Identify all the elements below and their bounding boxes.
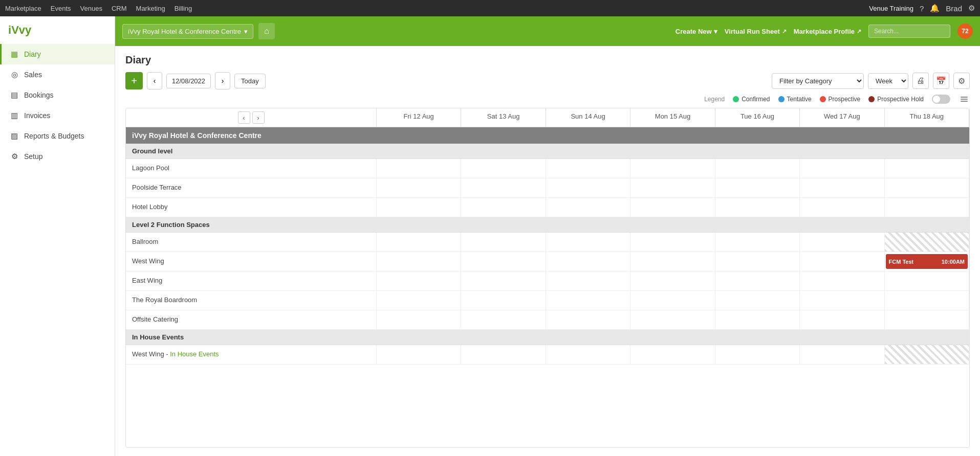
room-day-eastwing-wed[interactable] xyxy=(800,271,884,291)
room-day-ballroom-wed[interactable] xyxy=(800,233,884,252)
nav-crm[interactable]: CRM xyxy=(112,5,127,12)
filter-category-select[interactable]: Filter by Category xyxy=(772,73,864,89)
nav-marketing[interactable]: Marketing xyxy=(136,5,165,12)
room-day-poolside-sat[interactable] xyxy=(461,178,546,198)
room-day-offsite-sun[interactable] xyxy=(546,310,630,330)
room-day-inhouse-tue[interactable] xyxy=(715,345,800,364)
room-day-westwing-sun[interactable] xyxy=(546,252,630,271)
room-day-offsite-mon[interactable] xyxy=(630,310,715,330)
sidebar-item-diary[interactable]: ▦ Diary xyxy=(0,44,115,64)
nav-events[interactable]: Events xyxy=(51,5,71,12)
room-day-lagoon-pool-mon[interactable] xyxy=(630,159,715,178)
nav-marketplace[interactable]: Marketplace xyxy=(5,5,41,12)
room-day-boardroom-sun[interactable] xyxy=(546,291,630,310)
room-day-lagoon-pool-sun[interactable] xyxy=(546,159,630,178)
room-day-boardroom-wed[interactable] xyxy=(800,291,884,310)
room-day-lobby-sun[interactable] xyxy=(546,198,630,217)
room-day-offsite-wed[interactable] xyxy=(800,310,884,330)
create-new-button[interactable]: Create New ▾ xyxy=(676,28,717,35)
settings-icon[interactable]: ⚙ xyxy=(968,4,975,13)
room-day-eastwing-mon[interactable] xyxy=(630,271,715,291)
room-day-lobby-wed[interactable] xyxy=(800,198,884,217)
add-booking-button[interactable]: + xyxy=(125,72,143,89)
room-day-ballroom-mon[interactable] xyxy=(630,233,715,252)
room-day-lobby-thu[interactable] xyxy=(885,198,969,217)
room-day-offsite-tue[interactable] xyxy=(715,310,800,330)
sidebar-item-sales[interactable]: ◎ Sales xyxy=(0,64,115,85)
room-day-ballroom-fri[interactable] xyxy=(377,233,461,252)
room-day-lobby-mon[interactable] xyxy=(630,198,715,217)
sidebar-item-bookings[interactable]: ▤ Bookings xyxy=(0,85,115,105)
print-button[interactable]: 🖨 xyxy=(912,73,929,89)
room-day-boardroom-tue[interactable] xyxy=(715,291,800,310)
room-day-inhouse-sun[interactable] xyxy=(546,345,630,364)
room-day-lagoon-pool-tue[interactable] xyxy=(715,159,800,178)
virtual-run-sheet-link[interactable]: Virtual Run Sheet ↗ xyxy=(725,28,787,35)
diary-settings-button[interactable]: ⚙ xyxy=(953,73,970,89)
room-day-inhouse-fri[interactable] xyxy=(377,345,461,364)
room-day-poolside-mon[interactable] xyxy=(630,178,715,198)
room-day-offsite-fri[interactable] xyxy=(377,310,461,330)
room-day-boardroom-fri[interactable] xyxy=(377,291,461,310)
room-day-lagoon-pool-thu[interactable] xyxy=(885,159,969,178)
room-day-boardroom-mon[interactable] xyxy=(630,291,715,310)
room-day-westwing-sat[interactable] xyxy=(461,252,546,271)
room-day-poolside-sun[interactable] xyxy=(546,178,630,198)
next-date-button[interactable]: › xyxy=(215,72,230,89)
cal-next-button[interactable]: › xyxy=(252,111,265,124)
room-day-westwing-wed[interactable] xyxy=(800,252,884,271)
room-day-eastwing-sat[interactable] xyxy=(461,271,546,291)
today-button[interactable]: Today xyxy=(234,74,266,88)
help-icon[interactable]: ? xyxy=(920,4,924,13)
toggle-lines[interactable] xyxy=(961,97,968,102)
calendar-view-button[interactable]: 📅 xyxy=(933,73,949,89)
room-day-poolside-tue[interactable] xyxy=(715,178,800,198)
calendar-grid-container[interactable]: ‹ › Fri 12 Aug Sat 13 Aug Sun 14 Aug Mon… xyxy=(125,108,970,448)
room-day-ballroom-tue[interactable] xyxy=(715,233,800,252)
room-day-poolside-fri[interactable] xyxy=(377,178,461,198)
sidebar-item-invoices[interactable]: ▥ Invoices xyxy=(0,105,115,126)
room-day-boardroom-thu[interactable] xyxy=(885,291,969,310)
room-day-inhouse-mon[interactable] xyxy=(630,345,715,364)
room-day-lobby-tue[interactable] xyxy=(715,198,800,217)
room-day-offsite-sat[interactable] xyxy=(461,310,546,330)
room-day-westwing-thu[interactable]: FCM Test 10:00AM xyxy=(885,252,969,271)
search-input[interactable] xyxy=(868,25,950,38)
room-day-lobby-fri[interactable] xyxy=(377,198,461,217)
sidebar-item-setup[interactable]: ⚙ Setup xyxy=(0,146,115,167)
room-day-ballroom-thu[interactable] xyxy=(885,233,969,252)
room-day-lagoon-pool-wed[interactable] xyxy=(800,159,884,178)
booking-fcm-test[interactable]: FCM Test 10:00AM xyxy=(886,254,968,269)
room-day-inhouse-thu[interactable] xyxy=(885,345,969,364)
notifications-icon[interactable]: 🔔 xyxy=(930,4,940,13)
room-day-lagoon-pool-fri[interactable] xyxy=(377,159,461,178)
room-day-westwing-fri[interactable] xyxy=(377,252,461,271)
room-day-inhouse-sat[interactable] xyxy=(461,345,546,364)
sidebar-item-reports[interactable]: ▨ Reports & Budgets xyxy=(0,126,115,146)
room-day-poolside-thu[interactable] xyxy=(885,178,969,198)
room-day-eastwing-fri[interactable] xyxy=(377,271,461,291)
room-day-ballroom-sun[interactable] xyxy=(546,233,630,252)
prev-date-button[interactable]: ‹ xyxy=(147,72,162,89)
marketplace-profile-link[interactable]: Marketplace Profile ↗ xyxy=(794,28,861,35)
room-day-offsite-thu[interactable] xyxy=(885,310,969,330)
user-menu[interactable]: Brad xyxy=(946,4,962,13)
cal-prev-button[interactable]: ‹ xyxy=(238,111,250,124)
home-button[interactable]: ⌂ xyxy=(258,23,275,39)
view-mode-select[interactable]: Week Day Month xyxy=(868,73,908,89)
notification-button[interactable]: 72 xyxy=(957,24,973,39)
room-day-inhouse-wed[interactable] xyxy=(800,345,884,364)
room-day-westwing-tue[interactable] xyxy=(715,252,800,271)
room-day-eastwing-sun[interactable] xyxy=(546,271,630,291)
room-day-poolside-wed[interactable] xyxy=(800,178,884,198)
room-day-lobby-sat[interactable] xyxy=(461,198,546,217)
nav-billing[interactable]: Billing xyxy=(175,5,192,12)
room-day-eastwing-tue[interactable] xyxy=(715,271,800,291)
room-day-ballroom-sat[interactable] xyxy=(461,233,546,252)
nav-venues[interactable]: Venues xyxy=(80,5,102,12)
room-day-westwing-mon[interactable] xyxy=(630,252,715,271)
venue-selector[interactable]: iVvy Royal Hotel & Conference Centre ▾ xyxy=(122,24,253,39)
room-day-eastwing-thu[interactable] xyxy=(885,271,969,291)
room-day-lagoon-pool-sat[interactable] xyxy=(461,159,546,178)
room-day-boardroom-sat[interactable] xyxy=(461,291,546,310)
